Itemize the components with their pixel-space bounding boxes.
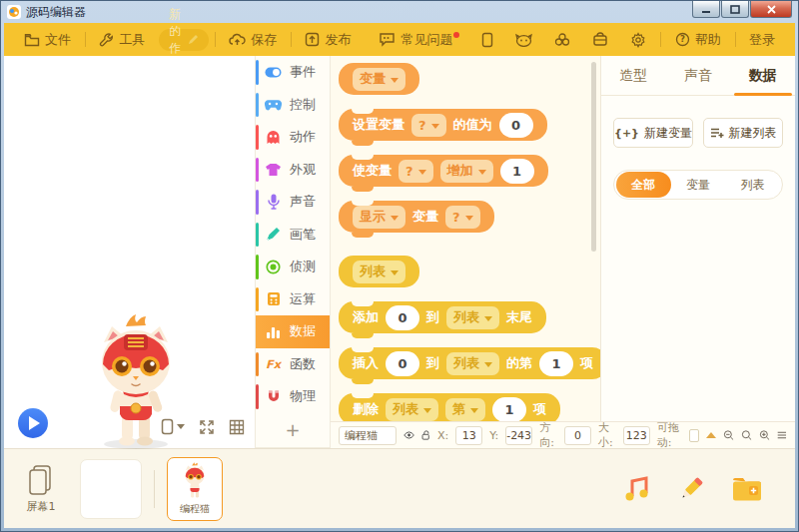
category-item-pen[interactable]: 画笔	[256, 219, 330, 252]
size-input[interactable]: 123	[623, 426, 650, 445]
folder-icon	[24, 33, 40, 47]
add-music-icon[interactable]	[623, 475, 651, 503]
block-text: 的值为	[453, 116, 492, 134]
mascot-button[interactable]	[507, 27, 540, 53]
block-dropdown[interactable]: ?	[411, 114, 446, 137]
block-number-input[interactable]: 0	[386, 351, 419, 376]
tab-data[interactable]: 数据	[730, 56, 795, 95]
orientation-button[interactable]	[161, 418, 185, 435]
materials-button[interactable]	[584, 27, 616, 53]
block-dropdown[interactable]: ?	[399, 160, 433, 183]
palette-block-2[interactable]: 使变量?增加1	[339, 155, 548, 187]
faq-button[interactable]: 常见问题	[371, 27, 467, 53]
file-button[interactable]: 文件	[16, 27, 79, 53]
sprite-divider	[154, 470, 155, 508]
block-number-input[interactable]: 0	[386, 305, 419, 330]
block-dropdown[interactable]: 变量	[353, 68, 405, 91]
block-dropdown[interactable]: 第	[445, 398, 485, 421]
add-drawing-icon[interactable]	[677, 475, 705, 503]
sprite-name-input[interactable]: 编程猫	[339, 426, 397, 445]
category-label: 数据	[290, 322, 316, 340]
zoom-in-icon[interactable]	[759, 427, 770, 443]
login-button[interactable]: 登录	[741, 27, 783, 53]
category-add-button[interactable]: +	[256, 413, 330, 448]
project-name-input[interactable]: 新的作品	[159, 29, 209, 51]
draggable-checkbox[interactable]	[689, 429, 699, 442]
maximize-button[interactable]	[721, 1, 749, 18]
community-button[interactable]	[546, 27, 578, 53]
new-variable-button[interactable]: {+} 新建变量	[613, 118, 693, 148]
blank-sprite-card[interactable]	[80, 459, 142, 519]
palette-block-6[interactable]: 插入0到列表的第1项	[339, 347, 600, 379]
visibility-eye-icon[interactable]	[403, 429, 414, 441]
filter-variables[interactable]: 变量	[671, 172, 726, 198]
mobile-button[interactable]	[473, 27, 501, 53]
new-list-icon	[710, 127, 724, 139]
y-input[interactable]: -243	[505, 426, 532, 445]
collapse-triangle-icon[interactable]	[706, 432, 716, 438]
filter-lists[interactable]: 列表	[725, 172, 780, 198]
block-dropdown[interactable]: 列表	[446, 306, 499, 329]
close-button[interactable]	[750, 1, 792, 18]
wrench-icon	[99, 32, 114, 47]
category-item-operators[interactable]: 运算	[256, 283, 330, 316]
block-number-input[interactable]: 1	[539, 351, 573, 376]
block-dropdown[interactable]: 增加	[440, 160, 493, 183]
x-input[interactable]: 13	[455, 426, 482, 445]
palette-block-1[interactable]: 设置变量?的值为0	[339, 109, 547, 141]
block-dropdown[interactable]: 列表	[353, 261, 405, 283]
zoom-out-icon[interactable]	[723, 427, 734, 443]
fullscreen-icon[interactable]	[199, 419, 215, 435]
category-item-control[interactable]: 控制	[256, 89, 330, 122]
palette-block-7[interactable]: 删除列表第1项	[339, 393, 560, 421]
publish-button[interactable]: 发布	[297, 27, 359, 53]
menu-icon[interactable]	[777, 429, 787, 441]
filter-all[interactable]: 全部	[616, 172, 671, 198]
new-list-button[interactable]: 新建列表	[703, 118, 783, 148]
tab-sounds[interactable]: 声音	[666, 56, 731, 95]
add-folder-icon[interactable]	[731, 476, 761, 502]
tab-costumes[interactable]: 造型	[601, 56, 666, 95]
grid-icon[interactable]	[229, 419, 245, 435]
block-number-input[interactable]: 0	[499, 113, 533, 138]
block-dropdown[interactable]: ?	[445, 206, 480, 229]
category-item-functions[interactable]: Fx函数	[256, 348, 330, 381]
edit-pencil-icon	[187, 34, 199, 46]
category-item-sound[interactable]: 声音	[256, 186, 330, 219]
block-number-input[interactable]: 1	[500, 159, 534, 184]
fx-icon: Fx	[265, 355, 282, 372]
zoom-reset-icon[interactable]	[741, 427, 752, 443]
magnet-icon	[265, 388, 282, 405]
category-label: 声音	[290, 193, 316, 211]
sprite-card-kitten[interactable]: 编程猫	[167, 457, 223, 521]
palette-block-0[interactable]: 变量	[339, 63, 419, 95]
palette-block-3[interactable]: 显示变量?	[339, 201, 494, 233]
palette-block-5[interactable]: 添加0到列表末尾	[339, 301, 546, 333]
save-button[interactable]: 保存	[221, 27, 285, 53]
block-dropdown[interactable]: 列表	[386, 398, 438, 421]
block-dropdown[interactable]: 列表	[446, 352, 499, 375]
help-icon: ?	[675, 32, 690, 47]
screen-thumbnail[interactable]: 屏幕1	[16, 464, 66, 514]
minimize-button[interactable]	[692, 1, 720, 18]
play-button[interactable]	[18, 408, 48, 438]
draggable-label: 可拖动:	[657, 420, 682, 450]
category-color-strip	[256, 125, 259, 150]
settings-button[interactable]	[622, 27, 654, 53]
block-dropdown[interactable]: 显示	[353, 206, 405, 229]
direction-input[interactable]: 0	[564, 426, 591, 445]
category-item-looks[interactable]: 外观	[256, 154, 330, 187]
chevron-down-icon	[465, 216, 473, 221]
palette-block-4[interactable]: 列表	[339, 256, 419, 287]
category-item-data[interactable]: 数据	[256, 315, 330, 348]
category-item-sensing[interactable]: 侦测	[256, 251, 330, 283]
palette-scrollbar[interactable]	[591, 62, 596, 252]
tools-button[interactable]: 工具	[91, 27, 153, 53]
block-number-input[interactable]: 1	[492, 397, 526, 422]
category-item-motion[interactable]: 动作	[256, 121, 330, 154]
category-item-physics[interactable]: 物理	[256, 380, 330, 413]
help-button[interactable]: ? 帮助	[667, 27, 729, 53]
unlock-icon[interactable]	[421, 428, 430, 442]
category-item-events[interactable]: 事件	[256, 56, 330, 89]
block-text: 设置变量	[353, 116, 404, 134]
